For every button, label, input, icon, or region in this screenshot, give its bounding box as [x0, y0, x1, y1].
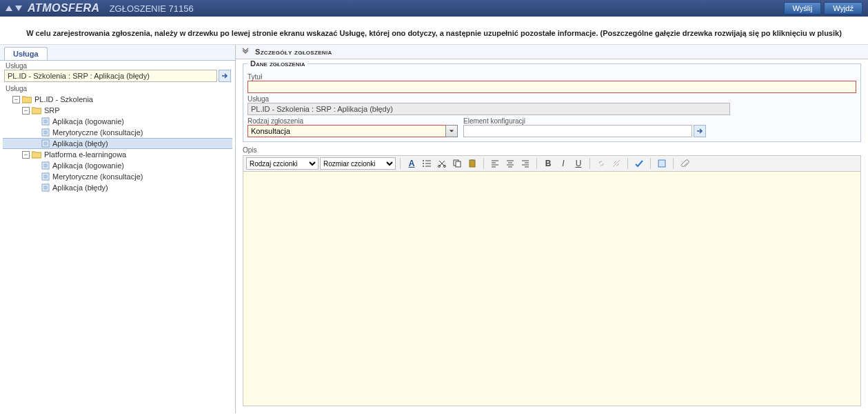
- service-input[interactable]: [4, 70, 217, 82]
- svg-point-28: [423, 166, 424, 167]
- toolbar-separator: [589, 158, 590, 169]
- fieldset-request-data: Dane zgłoszenia Tytuł Usługa Rodzaj zgło…: [243, 63, 861, 142]
- tree-leaf[interactable]: Merytoryczne (konsultacje): [3, 127, 232, 138]
- instruction-text: W celu zarejestrowania zgłoszenia, należ…: [0, 17, 868, 45]
- unlink-button[interactable]: [609, 157, 623, 170]
- service-label: Usługa: [248, 95, 856, 103]
- tree-toggle-icon[interactable]: −: [12, 96, 20, 103]
- tree-leaf[interactable]: Aplikacja (błędy): [3, 182, 232, 193]
- editor-toolbar: Rodzaj czcionki Rozmiar czcionki A B I U: [243, 155, 861, 172]
- tree-node-label: Platforma e-learningowa: [44, 150, 126, 159]
- tree-node-branch2[interactable]: − Platforma e-learningowa: [3, 149, 232, 160]
- toolbar-separator: [536, 158, 537, 169]
- type-select[interactable]: [248, 125, 445, 137]
- bullet-list-button[interactable]: [420, 157, 434, 170]
- tree-toggle-icon[interactable]: −: [22, 107, 30, 115]
- cut-button[interactable]: [435, 157, 449, 170]
- align-right-button[interactable]: [518, 157, 532, 170]
- toolbar-separator: [400, 158, 401, 169]
- font-color-button[interactable]: A: [405, 157, 418, 170]
- attachment-button[interactable]: [678, 157, 692, 170]
- svg-point-26: [423, 163, 424, 164]
- align-center-button[interactable]: [503, 157, 517, 170]
- left-panel: Usługa Usługa Usługa − PL.ID - Szkolenia…: [0, 45, 236, 413]
- details-header: Szczegóły zgłoszenia: [236, 45, 868, 59]
- tree-leaf[interactable]: Aplikacja (logowanie): [3, 160, 232, 171]
- folder-icon: [22, 95, 32, 103]
- service-label-top: Usługa: [0, 61, 235, 70]
- description-editor[interactable]: [243, 172, 861, 406]
- tree-toggle-icon[interactable]: −: [22, 151, 30, 159]
- ci-label: Element konfiguracji: [463, 117, 706, 125]
- title-input[interactable]: [248, 81, 856, 93]
- svg-point-24: [423, 160, 424, 161]
- collapse-icon[interactable]: [241, 48, 250, 56]
- page-icon: [41, 117, 50, 126]
- svg-rect-49: [658, 160, 665, 167]
- source-button[interactable]: [655, 157, 669, 170]
- exit-button[interactable]: Wyjdź: [824, 2, 862, 14]
- tree-leaf-label: Aplikacja (błędy): [52, 139, 108, 148]
- tabset: Usługa: [0, 45, 235, 61]
- tree-leaf-selected[interactable]: Aplikacja (błędy): [3, 138, 232, 149]
- header-nav-triangles: [6, 6, 22, 11]
- page-icon: [41, 183, 50, 192]
- tree-leaf-label: Merytoryczne (konsultacje): [52, 172, 143, 181]
- folder-icon: [32, 106, 41, 115]
- ci-lookup-button[interactable]: [694, 125, 706, 137]
- italic-button[interactable]: I: [556, 157, 570, 170]
- title-label: Tytuł: [248, 73, 856, 81]
- app-header: ATMOSFERA ZGŁOSZENIE 71156 Wyślij Wyjdź: [0, 0, 868, 17]
- font-family-select[interactable]: Rodzaj czcionki: [246, 157, 319, 170]
- bold-button[interactable]: B: [541, 157, 555, 170]
- service-readonly: [248, 103, 730, 115]
- right-panel: Szczegóły zgłoszenia Dane zgłoszenia Tyt…: [236, 45, 868, 413]
- tree-leaf-label: Aplikacja (błędy): [52, 183, 108, 192]
- type-dropdown-button[interactable]: [445, 125, 458, 137]
- svg-rect-35: [471, 159, 474, 161]
- spellcheck-button[interactable]: [632, 157, 646, 170]
- service-label-tree: Usługa: [0, 83, 235, 92]
- folder-icon: [32, 150, 41, 159]
- tree-node-label: PL.ID - Szkolenia: [34, 95, 93, 103]
- tree-node-label: SRP: [44, 106, 60, 115]
- tree-leaf[interactable]: Merytoryczne (konsultacje): [3, 171, 232, 182]
- tree-leaf-label: Aplikacja (logowanie): [52, 117, 124, 126]
- fieldset-legend: Dane zgłoszenia: [248, 59, 307, 68]
- copy-button[interactable]: [450, 157, 464, 170]
- page-icon: [41, 139, 50, 148]
- tree-node-branch1[interactable]: − SRP: [3, 105, 232, 116]
- page-icon: [41, 128, 50, 137]
- toolbar-separator: [627, 158, 628, 169]
- type-label: Rodzaj zgłoszenia: [248, 117, 458, 125]
- brand-logo: ATMOSFERA: [28, 2, 100, 14]
- toolbar-separator: [483, 158, 484, 169]
- tree-leaf-label: Merytoryczne (konsultacje): [52, 128, 143, 137]
- ci-input[interactable]: [463, 125, 692, 137]
- svg-rect-33: [456, 161, 461, 167]
- page-icon: [41, 161, 50, 170]
- link-button[interactable]: [594, 157, 608, 170]
- section-title: Szczegóły zgłoszenia: [255, 48, 332, 56]
- page-icon: [41, 172, 50, 181]
- description-label: Opis: [243, 146, 861, 154]
- service-lookup-button[interactable]: [219, 70, 231, 82]
- toolbar-separator: [650, 158, 651, 169]
- tree-leaf-label: Aplikacja (logowanie): [52, 161, 124, 170]
- font-size-select[interactable]: Rozmiar czcionki: [320, 157, 396, 170]
- tab-service[interactable]: Usługa: [4, 47, 48, 60]
- paste-button[interactable]: [465, 157, 479, 170]
- underline-button[interactable]: U: [572, 157, 585, 170]
- page-title: ZGŁOSZENIE 71156: [110, 3, 194, 14]
- svg-rect-34: [470, 160, 475, 167]
- align-left-button[interactable]: [488, 157, 502, 170]
- tree-node-root[interactable]: − PL.ID - Szkolenia: [3, 94, 232, 105]
- send-button[interactable]: Wyślij: [784, 2, 822, 14]
- scroll-up-icon[interactable]: [6, 6, 12, 11]
- tree-leaf[interactable]: Aplikacja (logowanie): [3, 116, 232, 127]
- scroll-down-icon[interactable]: [15, 6, 22, 11]
- toolbar-separator: [673, 158, 674, 169]
- service-tree: − PL.ID - Szkolenia − SRP Aplikacja (log…: [0, 92, 235, 195]
